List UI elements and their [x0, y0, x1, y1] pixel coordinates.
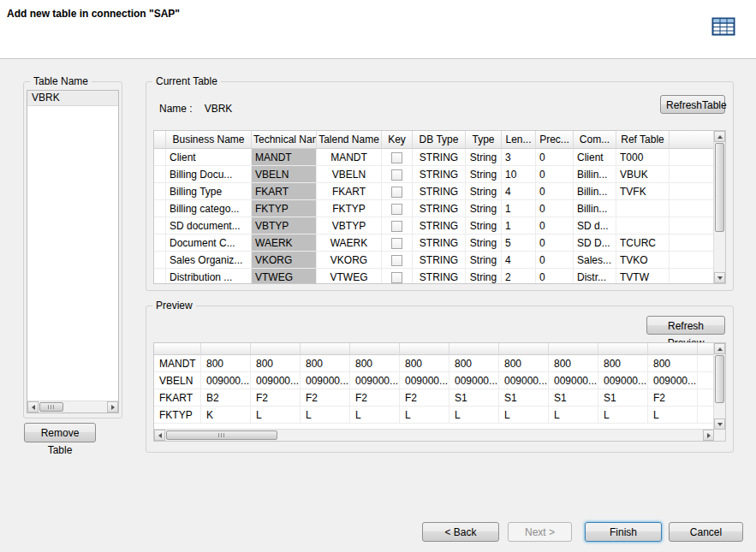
cell-key [382, 217, 413, 234]
preview-column-header[interactable] [251, 343, 301, 355]
key-checkbox[interactable] [391, 187, 402, 198]
preview-column-header[interactable] [698, 343, 714, 355]
table-name-list[interactable]: VBRK [27, 90, 119, 413]
cell-bus: Distribution ... [166, 269, 252, 283]
preview-cell: S1 [499, 389, 549, 407]
cell-com: Billin... [574, 200, 616, 217]
preview-column-header[interactable] [549, 343, 598, 355]
vscrollbar-thumb[interactable] [715, 143, 724, 232]
table-row[interactable]: Billing Docu...VBELNVBELNSTRINGString100… [154, 166, 714, 183]
cell-ref [616, 217, 670, 234]
cell-tech: WAERK [252, 234, 317, 252]
table-row[interactable]: ClientMANDTMANDTSTRINGString30ClientT000 [154, 149, 714, 166]
table-row[interactable]: Sales Organiz...VKORGVKORGSTRINGString40… [154, 252, 714, 269]
column-header-type[interactable]: Type [466, 131, 502, 149]
hscrollbar-thumb[interactable] [166, 430, 277, 440]
cell-com: Client [574, 149, 616, 166]
cell-prec: 0 [536, 166, 574, 183]
preview-field: FKART [154, 389, 201, 407]
scroll-right-button[interactable] [703, 430, 714, 441]
column-header-db-type[interactable]: DB Type [413, 131, 466, 149]
preview-vscrollbar[interactable] [713, 343, 725, 430]
cell-key [382, 269, 413, 283]
preview-column-header[interactable] [499, 343, 549, 355]
scroll-up-button[interactable] [714, 131, 725, 142]
column-header-precision[interactable]: Prec... [536, 131, 574, 149]
preview-column-header[interactable] [301, 343, 350, 355]
cell-typ: String [466, 200, 502, 217]
column-header-business-name[interactable]: Business Name [166, 131, 252, 149]
preview-column-header[interactable] [400, 343, 449, 355]
cell-fill [670, 149, 714, 166]
scroll-down-icon [717, 423, 723, 429]
key-checkbox[interactable] [391, 255, 402, 266]
table-icon [711, 15, 735, 38]
preview-hscrollbar[interactable] [154, 429, 714, 441]
cell-fill [670, 252, 714, 269]
column-header-ref-table[interactable]: Ref Table [616, 131, 670, 149]
cell-ref: VBUK [616, 166, 670, 183]
cell-ref: TVKO [616, 252, 670, 269]
remove-table-button[interactable]: Remove Table [24, 423, 96, 442]
scroll-down-button[interactable] [714, 272, 725, 283]
refresh-table-button[interactable]: RefreshTable [660, 95, 725, 114]
preview-column-header[interactable] [449, 343, 499, 355]
current-table-panel: Current Table Name :VBRK RefreshTable Bu… [146, 81, 734, 291]
preview-column-header[interactable] [201, 343, 251, 355]
table-row[interactable]: SD document...VBTYPVBTYPSTRINGString10SD… [154, 217, 714, 234]
current-table-vscrollbar[interactable] [713, 131, 725, 283]
preview-cell: 800 [598, 355, 648, 372]
table-name-list-hscrollbar[interactable] [27, 401, 118, 413]
preview-cell: F2 [251, 389, 301, 407]
key-checkbox[interactable] [391, 152, 402, 163]
next-button[interactable]: Next > [508, 522, 572, 542]
scroll-right-button[interactable] [107, 401, 118, 413]
key-checkbox[interactable] [391, 204, 402, 215]
table-row[interactable]: Billing catego...FKTYPFKTYPSTRINGString1… [154, 200, 714, 217]
cell-tech: FKART [252, 183, 317, 200]
cell-fill [670, 166, 714, 183]
add-table-dialog: Add new table in connection "SAP" Table … [0, 0, 756, 552]
column-header-technical-name[interactable]: Technical Name [252, 131, 317, 149]
cancel-button[interactable]: Cancel [669, 522, 743, 542]
list-item[interactable]: VBRK [27, 91, 118, 106]
scroll-down-button[interactable] [714, 418, 725, 430]
column-header-comment[interactable]: Com... [574, 131, 616, 149]
scroll-up-button[interactable] [714, 343, 725, 354]
cell-com: Billin... [574, 183, 616, 200]
finish-button[interactable]: Finish [585, 522, 662, 542]
preview-column-header[interactable] [598, 343, 648, 355]
cell-tal: VBELN [317, 166, 382, 183]
column-header-length[interactable]: Len... [502, 131, 536, 149]
scroll-left-button[interactable] [154, 430, 165, 441]
vscrollbar-thumb[interactable] [715, 355, 724, 403]
row-selector-header[interactable] [154, 131, 166, 149]
column-header-talend-name[interactable]: Talend Name [317, 131, 382, 149]
key-checkbox[interactable] [391, 221, 402, 232]
preview-cell: F2 [400, 389, 449, 407]
current-table-grid: Business Name Technical Name Talend Name… [153, 130, 726, 284]
preview-column-header[interactable] [154, 343, 201, 355]
preview-column-header[interactable] [648, 343, 698, 355]
cell-key [382, 234, 413, 252]
scroll-left-button[interactable] [27, 401, 39, 413]
column-header-key[interactable]: Key [382, 131, 413, 149]
table-row[interactable]: Distribution ...VTWEGVTWEGSTRINGString20… [154, 269, 714, 283]
cell-key [382, 149, 413, 166]
key-checkbox[interactable] [391, 169, 402, 181]
cell-ref [616, 200, 670, 217]
preview-column-header[interactable] [350, 343, 400, 355]
hscrollbar-thumb[interactable] [39, 402, 63, 412]
table-row[interactable]: Billing TypeFKARTFKARTSTRINGString40Bill… [154, 183, 714, 200]
key-checkbox[interactable] [391, 272, 402, 283]
scroll-left-icon [156, 433, 162, 438]
back-button[interactable]: < Back [422, 522, 499, 542]
key-checkbox[interactable] [391, 238, 402, 249]
table-row[interactable]: Document C...WAERKWAERKSTRINGString50SD … [154, 234, 714, 252]
preview-cell: K [201, 407, 251, 424]
cell-len: 3 [502, 149, 536, 166]
cell-db: STRING [413, 234, 466, 252]
preview-cell: 009000... [301, 372, 350, 389]
column-header-filler [670, 131, 714, 149]
refresh-preview-button[interactable]: Refresh Preview [646, 316, 725, 335]
